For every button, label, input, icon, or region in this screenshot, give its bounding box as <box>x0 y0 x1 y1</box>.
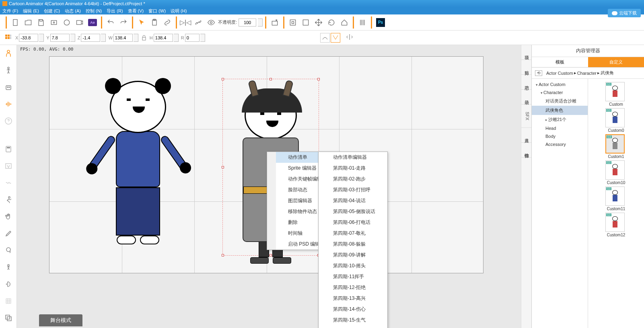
grid-tool[interactable] <box>3 296 14 306</box>
run-tool[interactable] <box>3 195 14 205</box>
tree-item[interactable]: Body <box>532 132 588 140</box>
tab-template[interactable]: 模板 <box>532 57 588 68</box>
clipboard-button[interactable] <box>148 16 160 29</box>
face-tool[interactable] <box>3 82 14 92</box>
bone-button[interactable] <box>192 16 204 29</box>
hand-tool[interactable] <box>3 211 14 222</box>
profile-tool[interactable] <box>3 279 14 289</box>
puppet-tool[interactable] <box>3 262 14 273</box>
h-input[interactable] <box>154 34 173 42</box>
tree-item[interactable]: 武侠角色 <box>532 106 588 115</box>
submenu-item[interactable]: 第四期-03-打招呼 <box>319 184 387 195</box>
rotate-button[interactable] <box>325 16 337 29</box>
back-button[interactable]: ⟲ <box>535 70 542 76</box>
opacity-spinner[interactable] <box>258 18 263 27</box>
r-input[interactable] <box>185 34 200 42</box>
side-tab-sfx[interactable]: SFX <box>521 105 531 128</box>
side-tab-animate[interactable]: 动态 <box>521 75 531 90</box>
tree-item[interactable]: ▾Character <box>532 88 588 96</box>
tree-item[interactable]: 对话类适合沙雕 <box>532 96 588 106</box>
character-1[interactable] <box>94 81 182 246</box>
home-button[interactable] <box>338 16 350 29</box>
pen-tool[interactable] <box>3 228 14 239</box>
layers-tool[interactable] <box>3 313 14 323</box>
submenu-item[interactable]: 第四期-14-伤心 <box>319 304 387 315</box>
menu-control[interactable]: 控制 (N) <box>86 8 102 14</box>
menu-window[interactable]: 窗口 (W) <box>148 8 166 14</box>
side-tab-project[interactable]: 项目 <box>521 45 531 60</box>
undo-button[interactable] <box>105 16 117 29</box>
submenu-item[interactable]: 第四期-04-说话 <box>319 195 387 206</box>
new-file-button[interactable] <box>9 16 21 29</box>
menu-file[interactable]: 文件 (F) <box>2 8 18 14</box>
menu-edit[interactable]: 编辑 (E) <box>23 8 39 14</box>
thumbnail[interactable]: G3Custom11 <box>605 187 627 211</box>
submenu-item[interactable]: 第四期-08-躲躲 <box>319 239 387 250</box>
tree-item[interactable]: ▾Actor Custom <box>532 80 588 88</box>
submenu-item[interactable]: 第四期-10-摇头 <box>319 260 387 271</box>
thumbnail[interactable]: G3Custom1 <box>605 134 627 159</box>
submenu-item[interactable]: 第四期-11挥手 <box>319 271 387 282</box>
snap-button[interactable]: ▷|◁ <box>179 16 191 29</box>
submenu-item[interactable]: 第四期-06-打电话 <box>319 217 387 228</box>
side-tab-scene[interactable]: 动景 <box>521 90 531 105</box>
menu-export[interactable]: 导出 (R) <box>107 8 123 14</box>
lock-icon[interactable] <box>141 35 147 41</box>
side-tab-prop[interactable]: 道具 <box>521 128 531 143</box>
side-tab-clip[interactable]: 剪贴 <box>521 60 531 75</box>
pan-button[interactable] <box>300 16 312 29</box>
submenu-item[interactable]: 第四期-13-高兴 <box>319 293 387 304</box>
head-tool[interactable] <box>3 245 14 256</box>
menu-help[interactable]: 说明 (H) <box>171 8 187 14</box>
z-input[interactable] <box>81 34 100 42</box>
audio-tool[interactable] <box>3 99 14 109</box>
w-input[interactable] <box>113 34 133 42</box>
move-button[interactable] <box>313 16 325 29</box>
camera-button[interactable] <box>269 16 281 29</box>
tree-item[interactable]: Head <box>532 124 588 132</box>
redo-button[interactable] <box>117 16 130 29</box>
select-tool[interactable] <box>136 16 148 29</box>
submenu-item[interactable]: 动作清单编辑器 <box>319 152 387 163</box>
submenu-item[interactable]: 第四期-15-生气 <box>319 315 387 326</box>
tree-item[interactable]: Accessory <box>532 140 588 148</box>
spring-tool[interactable] <box>3 178 14 188</box>
save-file-button[interactable] <box>35 16 47 29</box>
menu-create[interactable]: 创建 (C) <box>44 8 60 14</box>
submenu-item[interactable]: 第四期-12-拒绝 <box>319 282 387 293</box>
submenu-item[interactable]: 第四期-01-走路 <box>319 163 387 174</box>
pose-tool[interactable] <box>3 65 14 76</box>
ae-export-button[interactable]: Ae <box>86 16 99 29</box>
help-tool[interactable] <box>3 116 14 126</box>
menu-view[interactable]: 查看 (V) <box>128 8 144 14</box>
link-button[interactable] <box>161 16 173 29</box>
tab-custom[interactable]: 自定义 <box>588 57 644 68</box>
keyframe-curve-2[interactable] <box>331 33 340 43</box>
grid-icon[interactable] <box>4 33 13 42</box>
stage-mode-button[interactable]: 舞台模式 <box>39 314 82 326</box>
submenu-item[interactable]: 第四期-09-讲解 <box>319 250 387 260</box>
zoom-button[interactable] <box>287 16 299 29</box>
y-input[interactable] <box>50 34 70 42</box>
keyframe-curve-1[interactable] <box>320 33 330 43</box>
submenu-item[interactable]: 第四期-05-侧脸说话 <box>319 206 387 217</box>
eye-button[interactable] <box>205 16 217 29</box>
menu-animate[interactable]: 动态 (A) <box>65 8 81 14</box>
thumbnail[interactable]: G3Custom10 <box>605 160 627 185</box>
open-file-button[interactable] <box>22 16 34 29</box>
actor-tool[interactable] <box>3 48 14 59</box>
render-button[interactable] <box>61 16 73 29</box>
submenu-item[interactable]: 第四期-16-眩晕 <box>319 326 387 328</box>
photoshop-button[interactable]: Ps <box>374 16 387 29</box>
thumbnail[interactable]: G3Custom0 <box>605 108 627 133</box>
flip-button[interactable] <box>346 33 355 42</box>
export-movie-button[interactable] <box>74 16 86 29</box>
submenu-item[interactable]: 第四期-07-敬礼 <box>319 228 387 239</box>
side-tab-elastic[interactable]: 弹性动作 <box>521 143 531 158</box>
x-input[interactable] <box>19 34 38 42</box>
export-button[interactable] <box>48 16 60 29</box>
tree-item[interactable]: ▸沙雕21个 <box>532 115 588 124</box>
opacity-input[interactable] <box>239 18 256 27</box>
cloud-download-button[interactable]: 云端下载 <box>608 9 641 17</box>
thumbnail[interactable]: G3Custom12 <box>605 213 627 237</box>
